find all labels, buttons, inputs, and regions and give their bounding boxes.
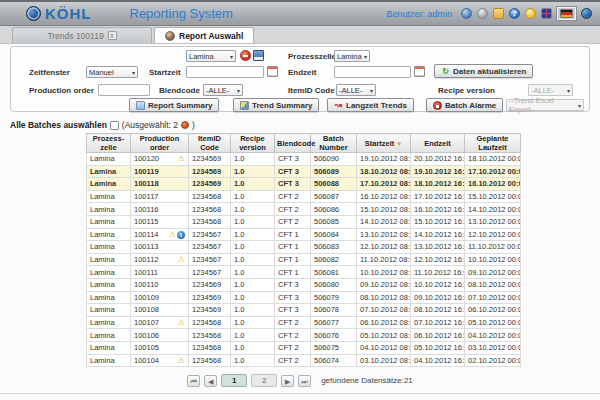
row-icons: ⚠	[177, 154, 185, 163]
cell-itemid: 1234567	[189, 253, 231, 266]
table-row[interactable]: Lamina 100118 1234569 1.0 CFT 3 506088 1…	[87, 178, 521, 191]
startzeit-input[interactable]	[186, 66, 264, 78]
language-german-selected[interactable]	[557, 7, 576, 20]
cell-prozesszelle: Lamina	[87, 266, 131, 279]
startzeit-calendar-icon[interactable]	[267, 66, 278, 77]
table-row[interactable]: Lamina 100117 1234568 1.0 CFT 2 506087 1…	[87, 190, 521, 203]
cell-geplante-laufzeit: 13.10.2012 00:00	[465, 215, 521, 228]
info-icon: i	[177, 231, 185, 239]
column-header[interactable]: Batch Number	[311, 134, 357, 153]
warning-icon: ⚠	[178, 154, 185, 163]
next-page-button[interactable]: ▶	[281, 375, 294, 387]
last-page-button[interactable]: ⏭	[298, 375, 311, 387]
report-summary-button[interactable]: Report Summary	[129, 98, 219, 112]
table-row[interactable]: Lamina 100119 1234569 1.0 CFT 3 506089 1…	[87, 165, 521, 178]
page-2-button[interactable]: 2	[251, 374, 277, 387]
language-english-flag-icon[interactable]	[541, 8, 552, 19]
trend-summary-button[interactable]: Trend Summary	[233, 98, 319, 112]
column-header[interactable]: Geplante Laufzeit	[465, 134, 521, 153]
column-header[interactable]: Endzeit	[411, 134, 465, 153]
cell-endzeit: 15.10.2012 16:00	[411, 215, 465, 228]
table-row[interactable]: Lamina 100113 1234567 1.0 CFT 1 506083 1…	[87, 241, 521, 254]
cell-startzeit: 17.10.2012 08:00	[357, 178, 411, 191]
bulb-icon[interactable]	[525, 8, 536, 19]
cell-startzeit: 14.10.2012 08:00	[357, 215, 411, 228]
cell-endzeit: 14.10.2012 16:00	[411, 228, 465, 241]
cell-endzeit: 06.10.2012 16:00	[411, 329, 465, 342]
blendcode-label: Blendcode	[159, 86, 200, 95]
column-header[interactable]: Prozess- zelle	[87, 134, 131, 153]
cell-startzeit: 12.10.2012 08:00	[357, 241, 411, 254]
cell-batch-number: 506090	[311, 153, 357, 166]
column-header[interactable]: Production order	[131, 134, 189, 153]
cell-geplante-laufzeit: 07.10.2012 00:00	[465, 291, 521, 304]
cell-itemid: 1234567	[189, 228, 231, 241]
page-1-button[interactable]: 1	[221, 374, 247, 387]
table-row[interactable]: Lamina 100107⚠ 1234568 1.0 CFT 2 506077 …	[87, 316, 521, 329]
folder-icon[interactable]	[493, 8, 504, 19]
table-row[interactable]: Lamina 100115 1234568 1.0 CFT 2 506085 1…	[87, 215, 521, 228]
endzeit-calendar-icon[interactable]	[414, 66, 425, 77]
result-count: gefundene Datensätze:21	[321, 376, 413, 385]
recipe-version-select[interactable]: -ALLE-▾	[528, 84, 573, 96]
refresh-icon: ↻	[441, 67, 450, 76]
cell-geplante-laufzeit: 03.10.2012 00:00	[465, 341, 521, 354]
tab-report-auswahl[interactable]: Report Auswahl	[154, 27, 254, 43]
cell-recipe: 1.0	[231, 316, 275, 329]
table-row[interactable]: Lamina 100105 1234568 1.0 CFT 2 506075 0…	[87, 341, 521, 354]
prev-page-button[interactable]: ◀	[204, 375, 217, 387]
cell-itemid: 1234569	[189, 304, 231, 317]
prozesszelle-select[interactable]: Lamina▾	[334, 50, 370, 62]
help-icon[interactable]: ?	[509, 8, 520, 19]
cell-endzeit: 08.10.2012 16:00	[411, 304, 465, 317]
globe-icon[interactable]	[581, 8, 592, 19]
cell-prozesszelle: Lamina	[87, 178, 131, 191]
trend-excel-export-select[interactable]: --Trend Excel Export--▾	[506, 99, 584, 111]
user-info: Benutzer: admin	[386, 9, 452, 19]
cell-geplante-laufzeit: 08.10.2012 00:00	[465, 278, 521, 291]
table-row[interactable]: Lamina 100106 1234568 1.0 CFT 2 506076 0…	[87, 329, 521, 342]
table-row[interactable]: Lamina 100104⚠ 1234568 1.0 CFT 2 506074 …	[87, 354, 521, 367]
table-row[interactable]: Lamina 100116 1234568 1.0 CFT 2 506086 1…	[87, 203, 521, 216]
cell-prozesszelle: Lamina	[87, 165, 131, 178]
itemid-code-select[interactable]: -ALLE-▾	[336, 84, 376, 96]
cell-batch-number: 506085	[311, 215, 357, 228]
tab-close-icon[interactable]: x	[108, 31, 117, 40]
cell-recipe: 1.0	[231, 329, 275, 342]
table-row[interactable]: Lamina 100111 1234567 1.0 CFT 1 506081 1…	[87, 266, 521, 279]
remove-favorite-icon[interactable]	[240, 50, 251, 61]
table-row[interactable]: Lamina 100114⚠i 1234567 1.0 CFT 1 506084…	[87, 228, 521, 241]
endzeit-input[interactable]	[334, 66, 411, 78]
langzeit-trends-button[interactable]: ↝ Langzeit Trends	[327, 98, 414, 112]
cell-batch-number: 506089	[311, 165, 357, 178]
tab-trends-label: Trends 100119	[47, 31, 103, 41]
select-all-checkbox[interactable]	[110, 121, 119, 130]
save-favorite-icon[interactable]	[253, 50, 264, 61]
table-row[interactable]: Lamina 100110 1234569 1.0 CFT 3 506080 0…	[87, 278, 521, 291]
cell-startzeit: 07.10.2012 08:00	[357, 304, 411, 317]
blendcode-select[interactable]: -ALLE-▾	[203, 84, 243, 96]
column-header[interactable]: Startzeit▼	[357, 134, 411, 153]
tab-trends[interactable]: Trends 100119 x	[12, 27, 152, 43]
cell-batch-number: 506084	[311, 228, 357, 241]
daten-aktualisieren-button[interactable]: ↻ Daten aktualisieren	[434, 64, 533, 78]
user-icon[interactable]	[461, 8, 472, 19]
table-row[interactable]: Lamina 100109 1234569 1.0 CFT 3 506079 0…	[87, 291, 521, 304]
first-page-button[interactable]: ⏮	[187, 375, 200, 387]
zeitfenster-select[interactable]: Manuel▾	[86, 66, 138, 78]
table-row[interactable]: Lamina 100120⚠ 1234569 1.0 CFT 3 506090 …	[87, 153, 521, 166]
table-row[interactable]: Lamina 100112⚠ 1234567 1.0 CFT 1 506082 …	[87, 253, 521, 266]
cell-blendcode: CFT 3	[275, 278, 311, 291]
favorite-select[interactable]: Lamina▾	[186, 50, 236, 62]
clock-icon[interactable]	[477, 8, 488, 19]
batch-alarme-button[interactable]: Batch Alarme	[426, 98, 503, 112]
column-header[interactable]: Blendcode	[275, 134, 311, 153]
clear-selection-icon[interactable]	[181, 121, 189, 129]
cell-prozesszelle: Lamina	[87, 278, 131, 291]
table-row[interactable]: Lamina 100108 1234569 1.0 CFT 3 506078 0…	[87, 304, 521, 317]
cell-itemid: 1234567	[189, 241, 231, 254]
column-header[interactable]: ItemID Code	[189, 134, 231, 153]
cell-startzeit: 08.10.2012 08:00	[357, 291, 411, 304]
column-header[interactable]: Recipe version	[231, 134, 275, 153]
production-order-input[interactable]	[98, 84, 150, 96]
